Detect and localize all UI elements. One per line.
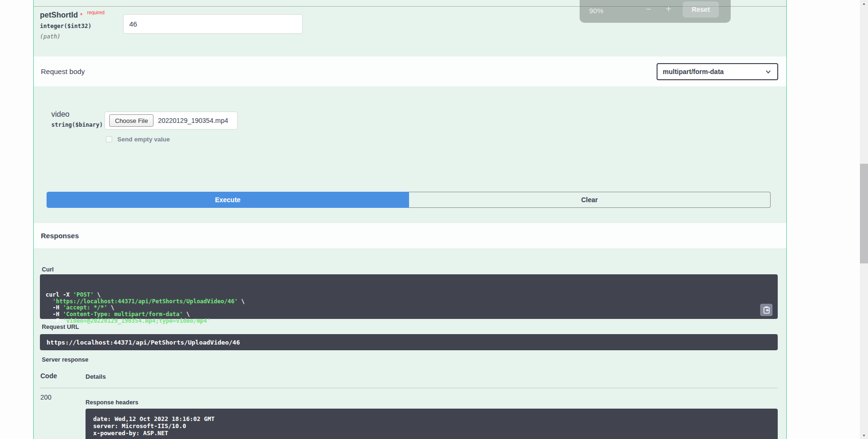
responses-title: Responses xyxy=(41,232,79,240)
scroll-up-button[interactable]: ▲ xyxy=(860,0,868,7)
curl-command: curl -X 'POST' \ 'https://localhost:4437… xyxy=(40,274,778,319)
vertical-scrollbar[interactable]: ▲ ▼ xyxy=(860,0,868,439)
zoom-level: 90% xyxy=(589,7,603,15)
browser-zoom-bubble: 90% − + Reset xyxy=(580,0,731,23)
swagger-page: petShortId * required integer($int32) (p… xyxy=(0,0,868,439)
required-label: required xyxy=(87,10,105,15)
minus-icon: − xyxy=(646,4,651,14)
response-headers-block: date: Wed,12 Oct 2022 18:16:02 GMTserver… xyxy=(86,409,778,439)
scroll-down-icon: ▼ xyxy=(862,434,866,437)
file-input[interactable]: Choose File 20220129_190354.mp4 xyxy=(105,112,238,130)
code-column-header: Code xyxy=(40,372,57,380)
body-param-name: video xyxy=(51,110,103,119)
plus-icon: + xyxy=(666,4,671,14)
zoom-in-button[interactable]: + xyxy=(662,3,675,15)
server-response-label: Server response xyxy=(42,356,88,363)
request-url-label: Request URL xyxy=(42,324,79,330)
execute-row: Execute Clear xyxy=(47,192,771,208)
parameter-name-line: petShortId * required xyxy=(40,10,105,19)
execute-button[interactable]: Execute xyxy=(47,192,409,208)
content-type-value: multipart/form-data xyxy=(663,68,724,75)
content-type-select[interactable]: multipart/form-data xyxy=(657,63,778,80)
send-empty-label: Send empty value xyxy=(117,136,170,143)
body-param-video: video string($binary) xyxy=(51,110,103,128)
parameter-petshortid: petShortId * required integer($int32) (p… xyxy=(40,10,105,40)
choose-file-button[interactable]: Choose File xyxy=(109,114,153,127)
required-asterisk: * xyxy=(80,11,82,19)
chevron-down-icon xyxy=(765,68,772,75)
details-column-header: Details xyxy=(86,373,106,380)
scrollbar-thumb[interactable] xyxy=(860,164,868,263)
send-empty-value-row: Send empty value xyxy=(106,136,170,143)
scroll-up-icon: ▲ xyxy=(862,2,866,5)
curl-label: Curl xyxy=(42,266,54,273)
copy-to-clipboard-button[interactable] xyxy=(760,304,773,316)
clipboard-icon xyxy=(763,306,770,314)
parameter-name: petShortId xyxy=(40,11,78,19)
zoom-reset-button[interactable]: Reset xyxy=(683,1,719,18)
request-body-title: Request body xyxy=(41,67,85,75)
request-body-header: Request body multipart/form-data xyxy=(34,56,786,86)
response-headers-label: Response headers xyxy=(86,399,138,406)
zoom-out-button[interactable]: − xyxy=(642,3,655,15)
post-opblock: petShortId * required integer($int32) (p… xyxy=(33,0,787,439)
parameter-type: integer($int32) xyxy=(40,23,105,29)
clear-button[interactable]: Clear xyxy=(409,192,771,208)
status-code: 200 xyxy=(40,393,51,401)
parameter-location: (path) xyxy=(40,33,105,40)
send-empty-checkbox[interactable] xyxy=(106,136,112,142)
petshortid-input[interactable] xyxy=(123,14,303,34)
body-param-type: string($binary) xyxy=(51,121,103,128)
selected-filename: 20220129_190354.mp4 xyxy=(158,117,228,124)
responses-header: Responses xyxy=(34,223,786,248)
scroll-down-button[interactable]: ▼ xyxy=(860,432,868,439)
table-header-divider xyxy=(40,388,778,388)
request-url-value: https://localhost:44371/api/PetShorts/Up… xyxy=(40,334,778,350)
